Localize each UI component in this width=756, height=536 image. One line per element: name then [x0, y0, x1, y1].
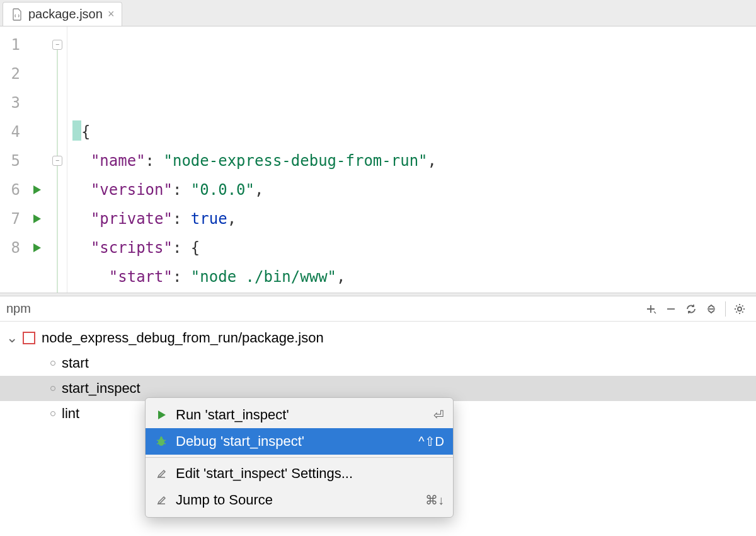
line-number: 8: [0, 233, 20, 262]
svg-point-0: [738, 307, 742, 311]
run-gutter-icon[interactable]: [25, 233, 48, 262]
editor-tab-bar: package.json ×: [0, 0, 756, 26]
npm-scripts-tree: ⌄ node_express_debug_from_run/package.js…: [0, 322, 756, 536]
fold-handle-icon[interactable]: −: [52, 156, 62, 166]
menu-item[interactable]: Run 'start_inspect'⏎: [146, 402, 453, 428]
menu-item-label: Edit 'start_inspect' Settings...: [176, 465, 437, 482]
editor-gutter: 12345678 −−: [0, 26, 67, 293]
line-number: 7: [0, 204, 20, 233]
code-line[interactable]: "start": "node ./bin/www",: [72, 262, 756, 291]
code-line[interactable]: "scripts": {: [72, 233, 756, 262]
menu-item-label: Debug 'start_inspect': [176, 433, 411, 450]
chevron-down-icon: ⌄: [6, 330, 16, 346]
menu-item[interactable]: Edit 'start_inspect' Settings...: [146, 460, 453, 487]
collapse-all-button[interactable]: [701, 299, 721, 319]
code-line[interactable]: "start_inspect": "node --inspect-brk ./b…: [72, 291, 756, 293]
play-icon: [154, 408, 168, 422]
npm-script-item[interactable]: start: [0, 351, 756, 376]
menu-item[interactable]: Debug 'start_inspect'^⇧D: [146, 428, 453, 455]
bullet-icon: [50, 411, 55, 416]
fold-handle-icon[interactable]: −: [52, 40, 62, 50]
run-gutter-column: [25, 26, 48, 293]
bullet-icon: [50, 361, 55, 366]
close-tab-icon[interactable]: ×: [108, 8, 115, 21]
menu-item[interactable]: Jump to Source⌘↓: [146, 487, 453, 513]
bug-icon: [154, 434, 168, 448]
npm-script-label: start: [62, 355, 89, 371]
run-gutter-empty: [25, 146, 48, 175]
code-line[interactable]: "private": true,: [72, 204, 756, 233]
settings-button[interactable]: [730, 299, 750, 319]
fold-gutter-column: −−: [48, 26, 67, 293]
npm-icon: [23, 332, 35, 344]
line-number: 3: [0, 88, 20, 117]
npm-panel-title: npm: [6, 301, 31, 316]
fold-gutter-slot: −: [48, 30, 67, 59]
run-gutter-empty: [25, 88, 48, 117]
line-number: 2: [0, 59, 20, 88]
npm-toolbar: npm: [0, 296, 756, 322]
menu-item-label: Jump to Source: [176, 492, 418, 508]
line-number-column: 12345678: [0, 26, 25, 293]
menu-item-shortcut: ⌘↓: [425, 492, 444, 508]
npm-root-label: node_express_debug_from_run/package.json: [42, 330, 324, 346]
pencil-icon: [154, 467, 168, 481]
bullet-icon: [50, 386, 55, 391]
code-line[interactable]: "name": "node-express-debug-from-run",: [72, 146, 756, 175]
menu-item-shortcut: ⏎: [433, 407, 444, 422]
pencil-icon: [154, 493, 168, 507]
line-number: 6: [0, 175, 20, 204]
line-number: 4: [0, 117, 20, 146]
json-file-icon: [11, 8, 23, 21]
context-menu: Run 'start_inspect'⏎Debug 'start_inspect…: [145, 397, 454, 518]
add-button[interactable]: [641, 299, 661, 319]
tab-filename: package.json: [28, 7, 103, 21]
line-number: 5: [0, 146, 20, 175]
current-line-highlight: [67, 30, 756, 59]
code-editor[interactable]: 12345678 −− { "name": "node-express-debu…: [0, 26, 756, 293]
code-line[interactable]: {: [72, 117, 756, 146]
fold-gutter-slot: −: [48, 146, 67, 175]
remove-button[interactable]: [661, 299, 681, 319]
npm-script-label: start_inspect: [62, 380, 140, 397]
npm-tree-root[interactable]: ⌄ node_express_debug_from_run/package.js…: [0, 325, 756, 351]
run-gutter-empty: [25, 117, 48, 146]
toolbar-divider: [725, 301, 726, 317]
menu-divider: [146, 457, 453, 458]
npm-script-label: lint: [62, 405, 79, 422]
run-gutter-empty: [25, 30, 48, 59]
menu-item-shortcut: ^⇧D: [418, 434, 444, 449]
npm-tool-window: npm ⌄ node_express_debug_from_run/packag…: [0, 296, 756, 536]
menu-item-label: Run 'start_inspect': [176, 407, 426, 423]
run-gutter-icon[interactable]: [25, 175, 48, 204]
refresh-button[interactable]: [681, 299, 701, 319]
code-line[interactable]: "version": "0.0.0",: [72, 175, 756, 204]
run-gutter-empty: [25, 59, 48, 88]
line-number: 1: [0, 30, 20, 59]
code-area[interactable]: { "name": "node-express-debug-from-run",…: [67, 26, 756, 293]
file-tab[interactable]: package.json ×: [3, 2, 122, 26]
run-gutter-icon[interactable]: [25, 204, 48, 233]
